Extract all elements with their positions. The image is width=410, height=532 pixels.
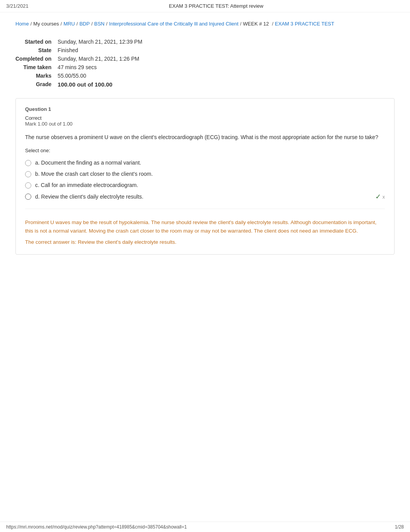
question-meta: Question 1 <box>25 106 385 112</box>
completed-on-value: Sunday, March 21, 2021, 1:26 PM <box>58 54 147 63</box>
started-on-label: Started on <box>15 37 58 46</box>
grade-label: Grade <box>15 80 58 89</box>
breadcrumb-bsn[interactable]: BSN <box>94 20 105 28</box>
breadcrumb-mru[interactable]: MRU <box>63 20 75 28</box>
option-a-text: a. Document the finding as a normal vari… <box>35 159 385 167</box>
grade-value: 100.00 out of 100.00 <box>58 80 147 89</box>
marks-label: Marks <box>15 71 58 80</box>
breadcrumb-my-courses: My courses <box>33 20 59 28</box>
page-footer: https://mri.mrooms.net/mod/quiz/review.p… <box>0 522 410 532</box>
option-c: c. Call for an immediate electrocardiogr… <box>25 180 385 191</box>
option-b: b. Move the crash cart closer to the cli… <box>25 168 385 180</box>
breadcrumb: Home / My courses / MRU / BDP / BSN / In… <box>15 20 395 28</box>
breadcrumb-bdp[interactable]: BDP <box>80 20 90 28</box>
option-c-radio <box>25 182 31 189</box>
question-label: Question 1 <box>25 106 51 112</box>
option-c-text: c. Call for an immediate electrocardiogr… <box>35 181 385 189</box>
footer-page: 1/28 <box>395 524 404 530</box>
time-taken-label: Time taken <box>15 63 58 71</box>
question-marks: Mark 1.00 out of 1.00 <box>25 121 385 127</box>
question-text: The nurse observes a prominent U wave on… <box>25 133 385 141</box>
feedback-block: Prominent U waves may be the result of h… <box>25 214 385 246</box>
marks-value: 55.00/55.00 <box>58 71 147 80</box>
options-list: a. Document the finding as a normal vari… <box>25 157 385 202</box>
completed-on-label: Completed on <box>15 54 58 63</box>
correct-checkmark-icon: ✓ <box>375 192 381 201</box>
footer-url: https://mri.mrooms.net/mod/quiz/review.p… <box>6 524 187 530</box>
option-d-text: d. Review the client's daily electrolyte… <box>35 193 372 201</box>
state-label: State <box>15 46 58 54</box>
feedback-text: Prominent U waves may be the result of h… <box>25 218 385 235</box>
page-title: EXAM 3 PRACTICE TEST: Attempt review <box>169 3 264 9</box>
breadcrumb-course[interactable]: Interprofessional Care of the Critically… <box>109 20 238 28</box>
option-b-radio <box>25 171 31 177</box>
page-header: 3/21/2021 EXAM 3 PRACTICE TEST: Attempt … <box>0 0 410 12</box>
correct-answer-text: The correct answer is: Review the client… <box>25 238 385 246</box>
breadcrumb-exam[interactable]: EXAM 3 PRACTICE TEST <box>275 20 334 28</box>
option-b-text: b. Move the crash cart closer to the cli… <box>35 170 385 178</box>
option-x-label: x <box>383 194 385 200</box>
time-taken-value: 47 mins 29 secs <box>58 63 147 71</box>
question-status: Correct <box>25 115 385 121</box>
select-one-label: Select one: <box>25 148 385 153</box>
feedback-divider <box>25 209 385 209</box>
option-d-radio <box>25 194 31 200</box>
breadcrumb-week: WEEK # 12 <box>243 20 269 28</box>
option-a: a. Document the finding as a normal vari… <box>25 157 385 168</box>
summary-table: Started on Sunday, March 21, 2021, 12:39… <box>15 37 147 89</box>
question-block: Question 1 Correct Mark 1.00 out of 1.00… <box>15 98 395 255</box>
breadcrumb-home[interactable]: Home <box>15 20 29 28</box>
main-content: Home / My courses / MRU / BDP / BSN / In… <box>0 12 410 272</box>
option-d: d. Review the client's daily electrolyte… <box>25 191 385 202</box>
state-value: Finished <box>58 46 147 54</box>
started-on-value: Sunday, March 21, 2021, 12:39 PM <box>58 37 147 46</box>
option-a-radio <box>25 160 31 166</box>
page-date: 3/21/2021 <box>6 3 29 9</box>
